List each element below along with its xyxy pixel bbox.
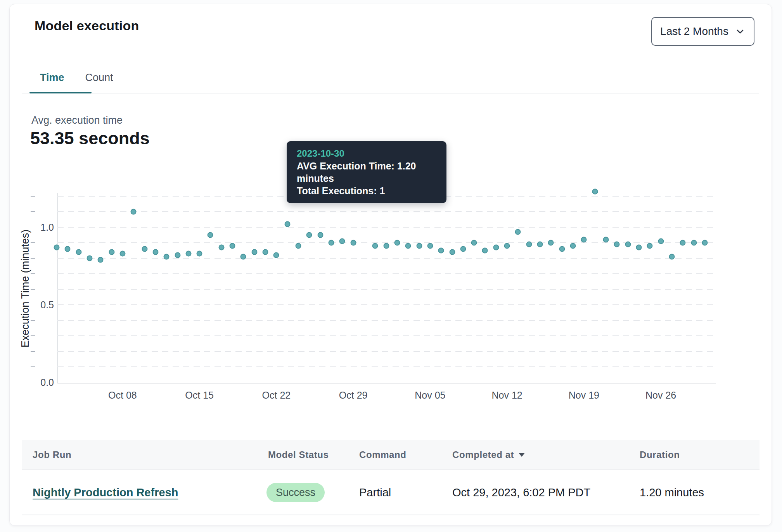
scatter-point[interactable] <box>647 243 653 249</box>
scatter-point[interactable] <box>131 209 137 215</box>
scatter-point[interactable] <box>405 243 411 249</box>
scatter-point[interactable] <box>592 189 598 195</box>
y-axis-title: Execution Time (minutes) <box>19 230 31 348</box>
scatter-point[interactable] <box>416 243 422 249</box>
x-tick-label: Nov 05 <box>403 390 457 401</box>
scatter-point[interactable] <box>636 245 642 250</box>
scatter-point[interactable] <box>581 237 587 243</box>
y-axis-line <box>57 193 58 383</box>
scatter-point[interactable] <box>669 254 675 260</box>
scatter-point[interactable] <box>427 243 433 249</box>
scatter-point[interactable] <box>625 242 631 247</box>
y-axis-minor-tick <box>31 258 35 259</box>
y-axis-minor-tick <box>31 366 35 367</box>
scatter-point[interactable] <box>306 232 312 238</box>
scatter-point[interactable] <box>87 256 92 261</box>
scatter-point[interactable] <box>263 249 268 255</box>
y-tick-label: 0.5 <box>25 299 54 311</box>
scatter-point[interactable] <box>119 251 125 257</box>
scatter-point[interactable] <box>548 240 554 246</box>
scatter-point[interactable] <box>515 229 521 235</box>
scatter-point[interactable] <box>152 249 158 255</box>
gridline <box>57 227 715 228</box>
y-tick-label: 1.0 <box>25 221 54 233</box>
x-tick-label: Nov 12 <box>480 390 534 401</box>
gridline <box>57 304 715 305</box>
scatter-point[interactable] <box>504 243 510 249</box>
scatter-point[interactable] <box>350 240 356 246</box>
scatter-point[interactable] <box>54 245 60 250</box>
scatter-point[interactable] <box>98 257 104 263</box>
scatter-point[interactable] <box>175 252 180 258</box>
tooltip-date: 2023-10-30 <box>297 147 436 160</box>
scatter-point[interactable] <box>658 238 664 244</box>
scatter-point[interactable] <box>438 248 444 254</box>
scatter-point[interactable] <box>251 249 257 255</box>
x-tick-label: Oct 22 <box>249 390 303 401</box>
scatter-point[interactable] <box>372 243 378 249</box>
y-axis-minor-tick <box>31 273 35 274</box>
scatter-point[interactable] <box>185 251 191 257</box>
scatter-point[interactable] <box>273 252 279 258</box>
gridline <box>57 366 715 367</box>
scatter-point[interactable] <box>142 246 147 252</box>
status-badge: Success <box>266 483 325 502</box>
scatter-point[interactable] <box>208 232 213 238</box>
scatter-point[interactable] <box>383 243 389 249</box>
x-tick-label: Nov 19 <box>557 390 611 401</box>
table-row: Nightly Production Refresh Success Parti… <box>22 470 760 515</box>
scatter-point[interactable] <box>614 242 620 247</box>
x-tick-label: Oct 08 <box>95 390 150 401</box>
scatter-point[interactable] <box>65 246 71 252</box>
completed-at-cell: Oct 29, 2023, 6:02 PM PDT <box>452 470 590 515</box>
x-axis-line <box>57 383 716 383</box>
model-execution-card: Model execution Last 2 Months Time Count… <box>9 4 772 526</box>
job-run-link[interactable]: Nightly Production Refresh <box>33 486 178 499</box>
y-axis-minor-tick <box>31 196 35 197</box>
scatter-point[interactable] <box>482 248 488 254</box>
y-axis-minor-tick <box>31 335 35 336</box>
scatter-point[interactable] <box>603 237 609 243</box>
y-tick-label: 0.0 <box>25 377 54 388</box>
scatter-point[interactable] <box>559 246 565 252</box>
gridline <box>57 211 715 212</box>
scatter-point[interactable] <box>493 245 499 250</box>
scatter-point[interactable] <box>680 240 686 246</box>
scatter-point[interactable] <box>460 246 466 252</box>
scatter-point[interactable] <box>526 242 532 247</box>
scatter-point[interactable] <box>109 249 114 255</box>
column-header-model-status: Model Status <box>268 440 329 470</box>
column-header-job-run: Job Run <box>33 440 71 470</box>
scatter-point[interactable] <box>317 232 323 238</box>
scatter-point[interactable] <box>570 243 576 249</box>
chart-tooltip: 2023-10-30 AVG Execution Time: 1.20 minu… <box>287 141 446 203</box>
y-axis-minor-tick <box>31 242 35 243</box>
tooltip-total-executions-line: Total Executions: 1 <box>297 185 436 197</box>
duration-cell: 1.20 minutes <box>640 470 704 515</box>
scatter-point[interactable] <box>449 249 455 255</box>
scatter-point[interactable] <box>702 240 708 246</box>
gridline <box>57 351 715 352</box>
scatter-point[interactable] <box>296 243 301 249</box>
column-header-completed-at[interactable]: Completed at <box>452 440 525 470</box>
scatter-point[interactable] <box>164 254 170 260</box>
x-tick-label: Oct 29 <box>326 390 381 401</box>
gridline <box>57 335 715 336</box>
scatter-point[interactable] <box>230 243 235 249</box>
scatter-point[interactable] <box>240 254 246 260</box>
scatter-point[interactable] <box>329 240 334 246</box>
scatter-point[interactable] <box>284 221 290 227</box>
scatter-point[interactable] <box>394 240 400 246</box>
scatter-point[interactable] <box>339 238 345 244</box>
gridline <box>57 289 715 290</box>
scatter-point[interactable] <box>76 249 81 255</box>
scatter-point[interactable] <box>537 242 543 247</box>
y-axis-minor-tick <box>31 351 35 352</box>
scatter-point[interactable] <box>471 240 477 246</box>
column-header-command: Command <box>359 440 407 470</box>
scatter-point[interactable] <box>218 245 224 250</box>
scatter-point[interactable] <box>691 240 697 246</box>
column-header-duration: Duration <box>640 440 680 470</box>
scatter-point[interactable] <box>197 251 202 257</box>
command-cell: Partial <box>359 470 391 515</box>
